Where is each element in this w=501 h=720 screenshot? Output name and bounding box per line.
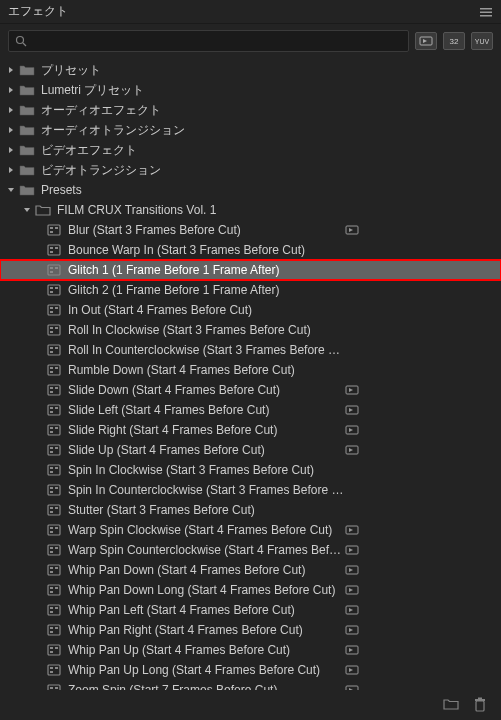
svg-rect-44	[48, 405, 60, 415]
accel-badge-icon	[345, 224, 359, 236]
svg-rect-23	[48, 305, 60, 315]
preset-item[interactable]: Warp Spin Counterclockwise (Start 4 Fram…	[0, 540, 501, 560]
preset-item[interactable]: Whip Pan Down (Start 4 Frames Before Cut…	[0, 560, 501, 580]
search-row: 32 YUV	[0, 24, 501, 58]
svg-rect-8	[50, 231, 53, 233]
svg-rect-72	[50, 527, 53, 529]
preset-item[interactable]: Stutter (Start 3 Frames Before Cut)	[0, 500, 501, 520]
preset-icon	[46, 663, 62, 677]
fx-32-button[interactable]: 32	[443, 32, 465, 50]
bin-icon	[35, 203, 51, 217]
preset-item[interactable]: In Out (Start 4 Frames Before Cut)	[0, 300, 501, 320]
folder-row[interactable]: オーディオトランジション	[0, 120, 501, 140]
fx-yuv-button[interactable]: YUV	[471, 32, 493, 50]
preset-item[interactable]: Whip Pan Down Long (Start 4 Frames Befor…	[0, 580, 501, 600]
svg-rect-18	[55, 267, 58, 269]
preset-item[interactable]: Slide Down (Start 4 Frames Before Cut)	[0, 380, 501, 400]
svg-rect-31	[48, 345, 60, 355]
badge-area	[345, 424, 495, 436]
svg-rect-64	[50, 487, 53, 489]
preset-label: Spin In Clockwise (Start 3 Frames Before…	[68, 463, 345, 477]
preset-item[interactable]: Roll In Counterclockwise (Start 3 Frames…	[0, 340, 501, 360]
preset-label: Glitch 2 (1 Frame Before 1 Frame After)	[68, 283, 345, 297]
svg-rect-89	[55, 587, 58, 589]
folder-row[interactable]: オーディオエフェクト	[0, 100, 501, 120]
preset-item[interactable]: Spin In Counterclockwise (Start 3 Frames…	[0, 480, 501, 500]
preset-icon	[46, 243, 62, 257]
preset-icon	[46, 543, 62, 557]
preset-label: Roll In Counterclockwise (Start 3 Frames…	[68, 343, 345, 357]
folder-row[interactable]: Presets	[0, 180, 501, 200]
preset-label: Glitch 1 (1 Frame Before 1 Frame After)	[68, 263, 345, 277]
svg-rect-20	[50, 287, 53, 289]
trash-icon[interactable]	[473, 697, 489, 713]
svg-rect-35	[48, 365, 60, 375]
preset-icon	[46, 503, 62, 517]
chevron-right-icon[interactable]	[6, 165, 16, 175]
preset-icon	[46, 263, 62, 277]
preset-label: Bounce Warp In (Start 3 Frames Before Cu…	[68, 243, 345, 257]
svg-rect-6	[48, 225, 60, 235]
badge-area	[345, 444, 495, 456]
svg-rect-24	[50, 307, 53, 309]
accel-badge-icon	[345, 624, 359, 636]
svg-rect-49	[48, 425, 60, 435]
accel-badge-icon	[345, 604, 359, 616]
chevron-right-icon[interactable]	[6, 65, 16, 75]
folder-row[interactable]: プリセット	[0, 60, 501, 80]
chevron-right-icon[interactable]	[6, 105, 16, 115]
fx-accel-button[interactable]	[415, 32, 437, 50]
preset-label: Warp Spin Counterclockwise (Start 4 Fram…	[68, 543, 345, 557]
svg-rect-63	[48, 485, 60, 495]
accel-badge-icon	[345, 444, 359, 456]
folder-row[interactable]: ビデオトランジション	[0, 160, 501, 180]
badge-area	[345, 644, 495, 656]
svg-rect-57	[55, 447, 58, 449]
preset-item[interactable]: Whip Pan Right (Start 4 Frames Before Cu…	[0, 620, 501, 640]
preset-item[interactable]: Slide Up (Start 4 Frames Before Cut)	[0, 440, 501, 460]
svg-rect-83	[50, 571, 53, 573]
preset-item[interactable]: Whip Pan Up (Start 4 Frames Before Cut)	[0, 640, 501, 660]
preset-item[interactable]: Slide Right (Start 4 Frames Before Cut)	[0, 420, 501, 440]
preset-item[interactable]: Roll In Clockwise (Start 3 Frames Before…	[0, 320, 501, 340]
folder-label: プリセット	[41, 62, 345, 79]
chevron-down-icon[interactable]	[6, 185, 16, 195]
search-box[interactable]	[8, 30, 409, 52]
preset-item[interactable]: Spin In Clockwise (Start 3 Frames Before…	[0, 460, 501, 480]
preset-item[interactable]: Blur (Start 3 Frames Before Cut)	[0, 220, 501, 240]
preset-item[interactable]: Warp Spin Clockwise (Start 4 Frames Befo…	[0, 520, 501, 540]
svg-rect-77	[50, 547, 53, 549]
folder-label: Lumetri プリセット	[41, 82, 345, 99]
chevron-right-icon[interactable]	[6, 145, 16, 155]
folder-row[interactable]: Lumetri プリセット	[0, 80, 501, 100]
chevron-right-icon[interactable]	[6, 125, 16, 135]
preset-item[interactable]: Glitch 2 (1 Frame Before 1 Frame After)	[0, 280, 501, 300]
preset-item[interactable]: Rumble Down (Start 4 Frames Before Cut)	[0, 360, 501, 380]
svg-rect-98	[50, 631, 53, 633]
folder-row[interactable]: ビデオエフェクト	[0, 140, 501, 160]
chevron-right-icon[interactable]	[6, 85, 16, 95]
search-input[interactable]	[31, 34, 402, 48]
svg-rect-27	[48, 325, 60, 335]
panel-menu-icon[interactable]	[479, 5, 493, 19]
preset-item[interactable]: Glitch 1 (1 Frame Before 1 Frame After)	[0, 260, 501, 280]
chevron-down-icon[interactable]	[22, 205, 32, 215]
badge-area	[345, 564, 495, 576]
bin-row[interactable]: FILM CRUX Transitions Vol. 1	[0, 200, 501, 220]
new-bin-icon[interactable]	[443, 697, 459, 713]
preset-item[interactable]: Bounce Warp In (Start 3 Frames Before Cu…	[0, 240, 501, 260]
preset-item[interactable]: Whip Pan Up Long (Start 4 Frames Before …	[0, 660, 501, 680]
svg-rect-33	[50, 351, 53, 353]
accel-badge-icon	[345, 544, 359, 556]
preset-label: Slide Right (Start 4 Frames Before Cut)	[68, 423, 345, 437]
svg-rect-39	[48, 385, 60, 395]
preset-icon	[46, 623, 62, 637]
preset-item[interactable]: Whip Pan Left (Start 4 Frames Before Cut…	[0, 600, 501, 620]
svg-rect-29	[50, 331, 53, 333]
svg-rect-50	[50, 427, 53, 429]
preset-item[interactable]: Slide Left (Start 4 Frames Before Cut)	[0, 400, 501, 420]
accel-badge-icon	[345, 424, 359, 436]
svg-rect-93	[50, 611, 53, 613]
svg-rect-99	[55, 627, 58, 629]
svg-rect-47	[55, 407, 58, 409]
